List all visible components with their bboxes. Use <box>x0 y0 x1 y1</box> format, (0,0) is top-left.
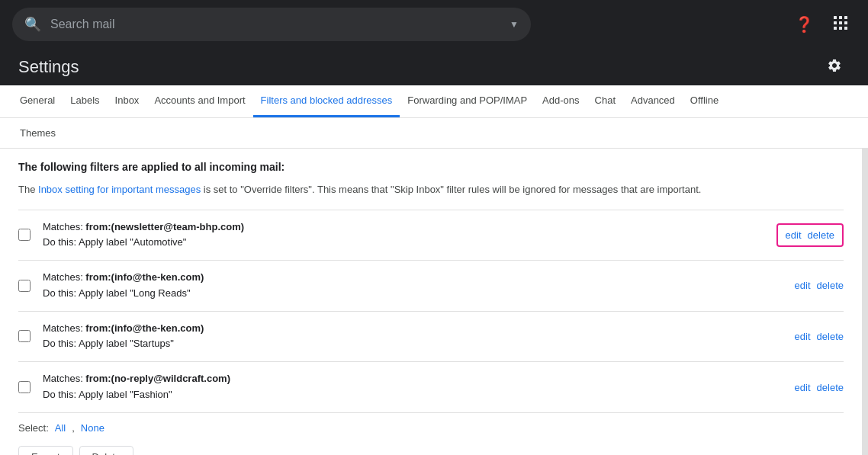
tab-themes[interactable]: Themes <box>12 118 63 148</box>
filter-action-text-4: Do this: Apply label "Fashion" <box>43 387 783 403</box>
dropdown-arrow-icon[interactable]: ▼ <box>510 19 519 30</box>
filter-text-2: Matches: from:(info@the-ken.com) Do this… <box>43 270 783 302</box>
filter-checkbox-3[interactable] <box>18 330 31 342</box>
filter-action-text-2: Do this: Apply label "Long Reads" <box>43 286 783 302</box>
delete-filter-1[interactable]: delete <box>808 229 834 241</box>
tab-chat[interactable]: Chat <box>587 85 623 117</box>
info-text: The Inbox setting for important messages… <box>18 182 844 197</box>
info-before-text: The <box>18 184 38 195</box>
filter-text-3: Matches: from:(info@the-ken.com) Do this… <box>43 321 783 353</box>
delete-filter-3[interactable]: delete <box>817 331 844 342</box>
svg-rect-8 <box>844 27 847 30</box>
gear-icon <box>827 58 842 77</box>
select-comma: , <box>72 422 75 434</box>
inbox-setting-link[interactable]: Inbox setting for important messages <box>38 184 201 195</box>
svg-rect-0 <box>834 16 837 19</box>
filter-checkbox-2[interactable] <box>18 280 31 292</box>
select-label: Select: <box>18 422 49 434</box>
svg-rect-1 <box>839 16 842 19</box>
tab-filters[interactable]: Filters and blocked addresses <box>253 85 400 117</box>
filter-actions-1: edit delete <box>776 223 844 247</box>
search-input[interactable] <box>50 18 500 31</box>
filter-text-1: Matches: from:(newsletter@team-bhp.com) … <box>43 219 764 252</box>
filter-matches-3: Matches: from:(info@the-ken.com) <box>43 321 783 337</box>
filter-action-text-1: Do this: Apply label "Automotive" <box>43 235 764 251</box>
filter-checkbox-1[interactable] <box>18 229 31 241</box>
delete-filter-2[interactable]: delete <box>817 280 844 291</box>
edit-filter-3[interactable]: edit <box>795 331 811 342</box>
tab-general[interactable]: General <box>12 85 63 117</box>
main-area: The following filters are applied to all… <box>0 149 868 455</box>
filter-actions-2: edit delete <box>795 280 844 291</box>
filter-actions-4: edit delete <box>795 382 844 393</box>
filter-row: Matches: from:(newsletter@team-bhp.com) … <box>18 210 844 261</box>
filter-matches-2: Matches: from:(info@the-ken.com) <box>43 270 783 286</box>
filter-matches-4: Matches: from:(no-reply@wildcraft.com) <box>43 371 783 387</box>
filter-actions-3: edit delete <box>795 331 844 342</box>
search-icon: 🔍 <box>24 16 41 33</box>
topbar: 🔍 ▼ ❓ <box>0 0 868 49</box>
tab-inbox[interactable]: Inbox <box>108 85 147 117</box>
settings-gear-button[interactable] <box>819 52 850 82</box>
filter-row: Matches: from:(info@the-ken.com) Do this… <box>18 261 844 312</box>
tabs-container: General Labels Inbox Accounts and Import… <box>0 85 868 118</box>
scrollbar[interactable] <box>862 149 868 455</box>
delete-button[interactable]: Delete <box>79 446 134 455</box>
main-content: The following filters are applied to all… <box>0 149 862 455</box>
svg-rect-2 <box>844 16 847 19</box>
svg-rect-7 <box>839 27 842 30</box>
edit-filter-2[interactable]: edit <box>795 280 811 291</box>
delete-filter-4[interactable]: delete <box>817 382 844 393</box>
filter-checkbox-4[interactable] <box>18 381 31 393</box>
settings-header: Settings <box>0 49 868 85</box>
tab-offline[interactable]: Offline <box>683 85 726 117</box>
apps-icon <box>833 15 848 34</box>
select-none-link[interactable]: None <box>81 422 104 434</box>
filter-action-text-3: Do this: Apply label "Startups" <box>43 336 783 352</box>
info-after-text: is set to "Override filters". This means… <box>201 184 701 195</box>
svg-rect-5 <box>844 21 847 24</box>
filter-text-4: Matches: from:(no-reply@wildcraft.com) D… <box>43 371 783 403</box>
filters-header: The following filters are applied to all… <box>18 161 844 173</box>
help-icon: ❓ <box>795 15 814 34</box>
filter-row: Matches: from:(no-reply@wildcraft.com) D… <box>18 362 844 413</box>
themes-row: Themes <box>0 118 868 149</box>
edit-filter-1[interactable]: edit <box>786 229 802 241</box>
search-container: 🔍 ▼ <box>12 8 531 41</box>
tab-labels[interactable]: Labels <box>63 85 107 117</box>
svg-rect-6 <box>834 27 837 30</box>
action-buttons: Export Delete <box>18 443 844 455</box>
export-button[interactable]: Export <box>18 446 73 455</box>
apps-button[interactable] <box>825 9 856 40</box>
filter-list: Matches: from:(newsletter@team-bhp.com) … <box>18 210 844 413</box>
topbar-right: ❓ <box>789 9 856 40</box>
content-inner: The following filters are applied to all… <box>0 149 862 455</box>
edit-filter-4[interactable]: edit <box>795 382 811 393</box>
select-all-link[interactable]: All <box>55 422 66 434</box>
settings-title: Settings <box>18 57 79 77</box>
select-row: Select: All, None <box>18 413 844 443</box>
tab-addons[interactable]: Add-ons <box>535 85 587 117</box>
filter-matches-1: Matches: from:(newsletter@team-bhp.com) <box>43 219 764 236</box>
tab-accounts[interactable]: Accounts and Import <box>146 85 252 117</box>
help-button[interactable]: ❓ <box>789 9 819 40</box>
tab-forwarding[interactable]: Forwarding and POP/IMAP <box>400 85 535 117</box>
svg-rect-4 <box>839 21 842 24</box>
tab-advanced[interactable]: Advanced <box>623 85 683 117</box>
filter-row: Matches: from:(info@the-ken.com) Do this… <box>18 312 844 363</box>
svg-rect-3 <box>834 21 837 24</box>
